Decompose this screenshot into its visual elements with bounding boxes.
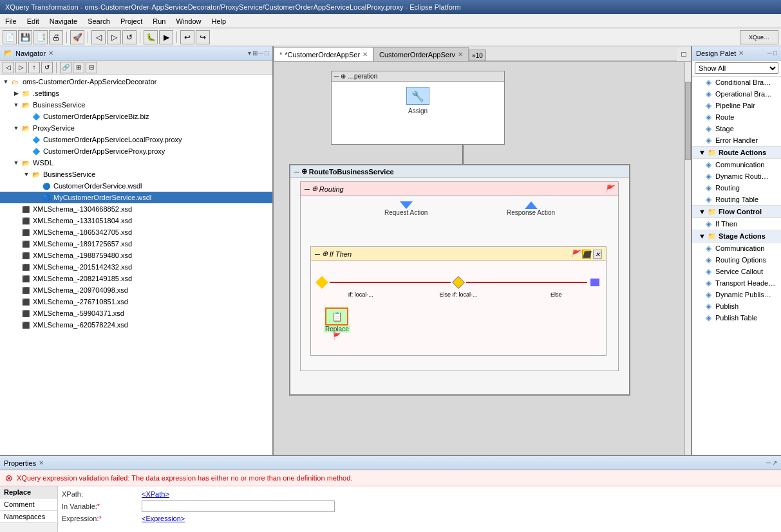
route-minimize[interactable]: ─	[294, 168, 299, 176]
tab1-close[interactable]: ✕	[362, 51, 368, 58]
tree-wsdl[interactable]: ▼ 📂 WSDL	[0, 157, 272, 169]
nav-refresh[interactable]: ↺	[41, 62, 53, 73]
tree-xsd-7[interactable]: ▶ ⬛ XMLSchema_-2082149185.xsd	[0, 273, 272, 284]
tree-wsdl-toggle[interactable]: ▼	[12, 158, 21, 167]
tree-biz-file[interactable]: ▶ 🔷 CustomerOrderAppServiceBiz.biz	[0, 111, 272, 122]
toolbar-forward[interactable]: ▷	[107, 30, 121, 44]
tree-settings-toggle[interactable]: ▶	[12, 89, 21, 98]
nav-minimize[interactable]: ─	[259, 50, 263, 57]
tree-xsd-4[interactable]: ▶ ⬛ XMLSchema_-1891725657.xsd	[0, 238, 272, 250]
prop-tab-namespaces[interactable]: Namespaces	[0, 511, 57, 523]
tree-bs-toggle[interactable]: ▼	[12, 100, 21, 109]
tab2-close[interactable]: ✕	[458, 51, 463, 58]
palette-item-service-callout[interactable]: ◈ Service Callout	[692, 266, 781, 277]
palette-route-actions-header[interactable]: ▼ 📁 Route Actions	[692, 146, 781, 159]
nav-link-editor[interactable]: 🔗	[60, 62, 71, 73]
tree-wsdl-cos[interactable]: ▶ 🔵 CustomerOrderService.wsdl	[0, 180, 272, 192]
prop-tab-replace[interactable]: Replace	[0, 486, 57, 499]
palette-item-publish-table[interactable]: ◈ Publish Table	[692, 312, 781, 324]
routing-minimize[interactable]: ─	[305, 185, 310, 193]
palette-item-dynamic-publish[interactable]: ◈ Dynamic Publis…	[692, 289, 781, 300]
palette-item-stage[interactable]: ◈ Stage	[692, 123, 781, 134]
menu-run[interactable]: Run	[150, 16, 168, 26]
nav-up[interactable]: ↑	[28, 62, 40, 73]
tree-xsd-1[interactable]: ▶ ⬛ XMLSchema_-1304668852.xsd	[0, 203, 272, 215]
menu-navigate[interactable]: Navigate	[47, 16, 80, 26]
tree-xsd-5[interactable]: ▶ ⬛ XMLSchema_-1988759480.xsd	[0, 250, 272, 261]
palette-filter-select[interactable]: Show All	[695, 62, 778, 74]
palette-stage-actions-header[interactable]: ▼ 📁 Stage Actions	[692, 230, 781, 243]
palette-item-conditional-branch[interactable]: ◈ Conditional Bra…	[692, 77, 781, 88]
toolbar-print[interactable]: 🖨	[49, 30, 63, 44]
menu-project[interactable]: Project	[118, 16, 145, 26]
tree-wsdl-bs-toggle[interactable]: ▼	[22, 170, 31, 179]
nav-collapse[interactable]: ▾	[248, 50, 251, 57]
palette-item-dynamic-routing[interactable]: ◈ Dynamic Routi…	[692, 170, 781, 182]
op-minimize[interactable]: ─	[334, 73, 339, 80]
properties-x-icon[interactable]: ✕	[39, 459, 44, 466]
tree-xsd-11[interactable]: ▶ ⬛ XMLSchema_-620578224.xsd	[0, 319, 272, 331]
palette-item-error-handler[interactable]: ◈ Error Handler	[692, 134, 781, 146]
tree-xsd-10[interactable]: ▶ ⬛ XMLSchema_-59904371.xsd	[0, 307, 272, 319]
ifthen-collapse[interactable]: ⬛	[582, 250, 591, 259]
nav-maximize[interactable]: □	[265, 50, 268, 57]
palette-item-routing-table[interactable]: ◈ Routing Table	[692, 194, 781, 205]
menu-help[interactable]: Help	[209, 16, 229, 26]
palette-item-operational-branch[interactable]: ◈ Operational Bra…	[692, 88, 781, 100]
palette-item-communication[interactable]: ◈ Communication	[692, 159, 781, 170]
nav-back[interactable]: ◁	[3, 62, 14, 73]
ifthen-minimize[interactable]: ─	[315, 250, 320, 258]
toolbar-debug[interactable]: 🐛	[144, 30, 158, 44]
menu-window[interactable]: Window	[173, 16, 203, 26]
tree-mycos[interactable]: ▶ 🔵 MyCustomerOrderService.wsdl	[0, 192, 272, 203]
toolbar-new[interactable]: 📄	[3, 30, 17, 44]
palette-min[interactable]: ─	[767, 50, 772, 57]
palette-item-if-then[interactable]: ◈ If Then	[692, 218, 781, 230]
tree-settings[interactable]: ▶ 📁 .settings	[0, 87, 272, 99]
tree-proxy-local[interactable]: ▶ 🔷 CustomerOrderAppServiceLocalProxy.pr…	[0, 134, 272, 145]
toolbar-deploy[interactable]: 🚀	[70, 30, 84, 44]
palette-item-route[interactable]: ◈ Route	[692, 111, 781, 123]
toolbar-back[interactable]: ◁	[91, 30, 106, 44]
tree-root-toggle[interactable]: ▼	[1, 77, 10, 86]
editor-tab-1[interactable]: * *CustomerOrderAppSer ✕	[274, 47, 373, 61]
tree-proxyservice[interactable]: ▼ 📂 ProxyService	[0, 122, 272, 134]
palette-item-stage-communication[interactable]: ◈ Communication	[692, 243, 781, 254]
menu-search[interactable]: Search	[85, 16, 113, 26]
replace-node[interactable]: 📋	[325, 307, 348, 326]
in-variable-input[interactable]	[142, 500, 335, 512]
menu-file[interactable]: File	[3, 16, 19, 26]
nav-expand[interactable]: ⊞	[73, 62, 84, 73]
prop-tab-comment[interactable]: Comment	[0, 499, 57, 511]
palette-item-routing[interactable]: ◈ Routing	[692, 182, 781, 194]
tree-businessservice[interactable]: ▼ 📂 BusinessService	[0, 99, 272, 111]
assign-node[interactable]: 🔧	[406, 87, 429, 105]
tree-xsd-2[interactable]: ▶ ⬛ XMLSchema_-1331051804.xsd	[0, 215, 272, 226]
palette-flow-control-header[interactable]: ▼ 📁 Flow Control	[692, 205, 781, 218]
props-min[interactable]: ─	[766, 459, 771, 466]
palette-item-pipeline-pair[interactable]: ◈ Pipeline Pair	[692, 100, 781, 111]
xpath-link[interactable]: <XPath>	[142, 490, 169, 498]
tree-xsd-9[interactable]: ▶ ⬛ XMLSchema_-276710851.xsd	[0, 296, 272, 307]
navigator-x-icon[interactable]: ✕	[48, 50, 53, 57]
expression-link[interactable]: <Expression>	[142, 515, 185, 522]
palette-max[interactable]: □	[773, 50, 777, 57]
toolbar-redo[interactable]: ↪	[196, 30, 210, 44]
nav-forward[interactable]: ▷	[15, 62, 27, 73]
toolbar-refresh[interactable]: ↺	[122, 30, 136, 44]
palette-x-icon[interactable]: ✕	[739, 50, 744, 57]
editor-maximize[interactable]: □	[677, 47, 691, 61]
toolbar-undo[interactable]: ↩	[180, 30, 194, 44]
tree-proxy-file[interactable]: ▶ 🔷 CustomerOrderAppServiceProxy.proxy	[0, 145, 272, 157]
toolbar-save[interactable]: 💾	[18, 30, 32, 44]
palette-item-publish[interactable]: ◈ Publish	[692, 300, 781, 312]
tree-ps-toggle[interactable]: ▼	[12, 124, 21, 133]
tree-xsd-6[interactable]: ▶ ⬛ XMLSchema_-2015142432.xsd	[0, 261, 272, 273]
palette-item-transport-header[interactable]: ◈ Transport Heade…	[692, 277, 781, 289]
palette-item-routing-options[interactable]: ◈ Routing Options	[692, 254, 781, 266]
toolbar-save-all[interactable]: 📑	[33, 30, 48, 44]
nav-menu[interactable]: ⊞	[252, 50, 258, 57]
editor-scroll[interactable]: ─ ⊕ …peration 🔧 Assign	[274, 62, 691, 455]
toolbar-perspective[interactable]: XQue…	[740, 30, 778, 44]
menu-edit[interactable]: Edit	[24, 16, 42, 26]
